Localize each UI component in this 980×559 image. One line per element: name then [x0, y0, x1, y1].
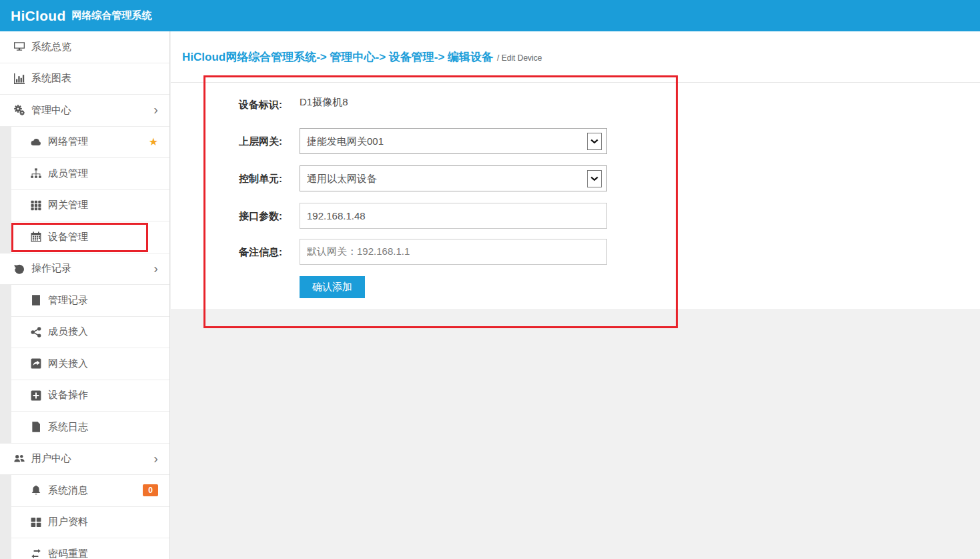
main-content: HiCloud网络综合管理系统-> 管理中心-> 设备管理-> 编辑设备 / E… — [171, 31, 980, 559]
sidebar-item-label: 用户中心 — [31, 452, 71, 465]
sidebar-item-user-profile[interactable]: 用户资料 — [11, 507, 169, 539]
sidebar-item-member-management[interactable]: 成员管理 — [11, 158, 169, 190]
sidebar-item-gateway-management[interactable]: 网关管理 — [11, 190, 169, 222]
sidebar-item-label: 网络管理 — [48, 135, 88, 148]
bell-icon — [29, 485, 43, 496]
file-icon — [29, 422, 43, 432]
grid-icon — [29, 200, 43, 211]
sidebar-item-label: 系统总览 — [31, 41, 71, 53]
selected-value: 通用以太网设备 — [307, 172, 377, 185]
sidebar-item-label: 设备管理 — [48, 231, 88, 243]
remark-label: 备注信息: — [232, 245, 282, 259]
chevron-right-icon: › — [153, 261, 158, 275]
chevron-right-icon: › — [153, 452, 158, 465]
sidebar: 系统总览 系统图表 管理中心 › 网络管理 ★ 成员管理 网关管理 设备管理 — [0, 31, 170, 559]
sidebar-item-label: 操作记录 — [31, 262, 71, 275]
sidebar-item-system-messages[interactable]: 系统消息 0 — [11, 475, 169, 507]
upper-gateway-select[interactable]: 捷能发电网关001 — [300, 128, 607, 154]
file-text-icon — [29, 295, 43, 306]
sidebar-item-label: 网关管理 — [48, 199, 88, 211]
upper-gateway-label: 上层网关: — [232, 135, 282, 148]
sidebar-item-operation-records[interactable]: 操作记录 › — [0, 253, 169, 286]
app-window: HiCloud 网络综合管理系统 系统总览 系统图表 管理中心 › 网络管理 ★… — [0, 0, 980, 559]
sidebar-item-device-management[interactable]: 设备管理 — [11, 221, 169, 253]
interface-params-label: 接口参数: — [232, 209, 282, 223]
star-icon: ★ — [149, 137, 158, 147]
bar-chart-icon — [13, 73, 26, 84]
sidebar-item-password-reset[interactable]: 密码重置 — [11, 538, 169, 559]
sidebar-item-label: 网关接入 — [48, 358, 88, 370]
sidebar-item-management-records[interactable]: 管理记录 — [11, 285, 169, 317]
history-icon — [13, 263, 26, 274]
swap-arrows-icon — [29, 548, 43, 559]
sidebar-item-label: 系统消息 — [48, 484, 88, 497]
sidebar-item-label: 系统图表 — [31, 72, 71, 85]
control-unit-label: 控制单元: — [232, 172, 282, 185]
device-id-value: D1摄像机8 — [300, 96, 348, 109]
sidebar-item-system-charts[interactable]: 系统图表 — [0, 63, 169, 95]
sidebar-item-label: 系统日志 — [48, 421, 88, 434]
control-unit-select[interactable]: 通用以太网设备 — [300, 165, 607, 191]
sidebar-item-system-overview[interactable]: 系统总览 — [0, 31, 169, 63]
cloud-icon — [29, 137, 43, 147]
th-large-icon — [29, 517, 43, 528]
sidebar-item-gateway-access[interactable]: 网关接入 — [11, 348, 169, 380]
breadcrumb-suffix: / Edit Device — [497, 53, 542, 63]
sidebar-item-label: 密码重置 — [48, 548, 88, 559]
desktop-icon — [13, 41, 26, 52]
gears-icon — [13, 105, 26, 115]
sidebar-item-label: 管理中心 — [31, 104, 71, 117]
selected-value: 捷能发电网关001 — [307, 135, 384, 147]
sitemap-icon — [29, 168, 43, 179]
chevron-down-icon[interactable] — [587, 133, 602, 150]
form-panel — [171, 83, 980, 309]
calendar-icon — [29, 231, 43, 242]
notification-badge: 0 — [143, 484, 158, 496]
top-bar: HiCloud 网络综合管理系统 — [0, 0, 980, 31]
confirm-add-button[interactable]: 确认添加 — [300, 276, 365, 298]
chevron-down-icon[interactable] — [587, 170, 602, 187]
sidebar-item-management-center[interactable]: 管理中心 › — [0, 95, 169, 127]
sidebar-item-label: 成员管理 — [48, 167, 88, 180]
sidebar-item-label: 成员接入 — [48, 326, 88, 338]
sidebar-item-label: 设备操作 — [48, 389, 88, 402]
sidebar-item-device-operation[interactable]: 设备操作 — [11, 380, 169, 412]
sidebar-item-member-access[interactable]: 成员接入 — [11, 317, 169, 349]
sidebar-item-system-logs[interactable]: 系统日志 — [11, 412, 169, 444]
users-icon — [13, 454, 26, 464]
chevron-right-icon: › — [153, 103, 158, 116]
sidebar-item-network-management[interactable]: 网络管理 ★ — [11, 127, 169, 159]
remark-input[interactable] — [300, 239, 607, 265]
plus-square-icon — [29, 390, 43, 401]
share-nodes-icon — [29, 327, 43, 338]
app-title: 网络综合管理系统 — [72, 9, 152, 22]
share-square-icon — [29, 358, 43, 369]
breadcrumb: HiCloud网络综合管理系统-> 管理中心-> 设备管理-> 编辑设备 / E… — [171, 31, 980, 83]
breadcrumb-trail[interactable]: HiCloud网络综合管理系统-> 管理中心-> 设备管理-> 编辑设备 — [182, 49, 493, 65]
sidebar-item-label: 管理记录 — [48, 294, 88, 307]
app-logo: HiCloud — [11, 8, 66, 24]
sidebar-item-user-center[interactable]: 用户中心 › — [0, 444, 169, 476]
interface-params-input[interactable] — [300, 203, 607, 229]
device-id-label: 设备标识: — [232, 98, 282, 111]
sidebar-item-label: 用户资料 — [48, 516, 88, 528]
